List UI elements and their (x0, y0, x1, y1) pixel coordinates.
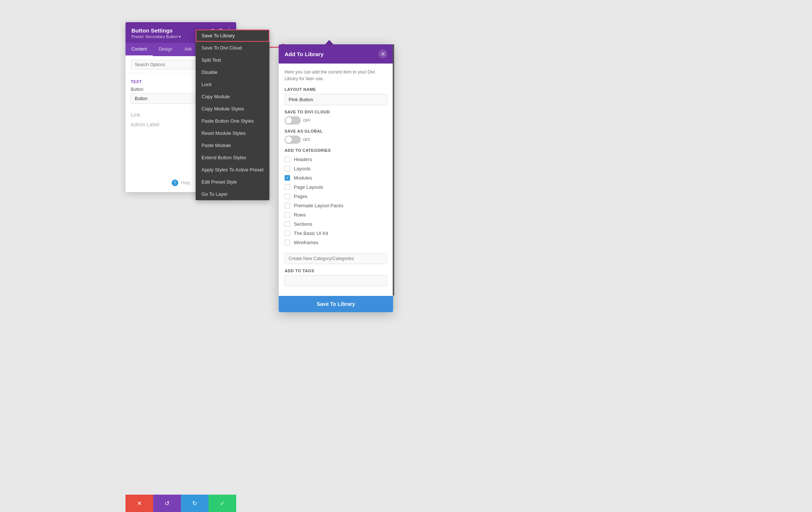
context-menu-item-11[interactable]: Apply Styles To Active Preset (196, 164, 269, 176)
category-checkbox-8[interactable] (285, 231, 290, 236)
save-as-global-toggle-row: OFF (285, 136, 387, 144)
context-menu-item-12[interactable]: Edit Preset Style (196, 176, 269, 188)
save-to-library-button[interactable]: Save To Library (279, 296, 393, 312)
modal-close-button[interactable]: ✕ (378, 50, 387, 58)
category-label-7: Sections (294, 221, 312, 227)
context-menu-item-9[interactable]: Paste Module (196, 139, 269, 151)
context-menu-item-5[interactable]: Copy Module (196, 91, 269, 103)
add-library-modal: Add To Library ✕ Here you can add the cu… (279, 44, 393, 312)
category-label-4: Pages (294, 194, 307, 199)
category-checkbox-1[interactable] (285, 166, 290, 171)
save-to-divi-cloud-toggle-row: OFF (285, 116, 387, 124)
category-checkbox-7[interactable] (285, 221, 290, 227)
category-item-4: Pages (285, 192, 387, 201)
context-menu-item-13[interactable]: Go To Layer (196, 188, 269, 200)
tab-advanced[interactable]: Adv (178, 43, 198, 56)
category-checkbox-5[interactable] (285, 203, 290, 208)
category-item-1: Layouts (285, 164, 387, 173)
category-label-3: Page Layouts (294, 184, 323, 190)
category-item-7: Sections (285, 219, 387, 229)
category-checkbox-3[interactable] (285, 184, 290, 190)
add-to-tags-label: Add To Tags (285, 269, 387, 273)
modal-body: Here you can add the current item to you… (279, 64, 393, 296)
modal-description: Here you can add the current item to you… (285, 69, 387, 82)
help-icon[interactable]: ? (172, 180, 178, 186)
tags-input[interactable] (285, 275, 387, 286)
category-label-9: Wireframes (294, 240, 318, 245)
context-menu-item-0[interactable]: Save To Library (196, 30, 269, 42)
context-menu-item-4[interactable]: Lock (196, 78, 269, 91)
category-item-6: Rows (285, 210, 387, 219)
category-checkbox-6[interactable] (285, 212, 290, 218)
category-item-3: Page Layouts (285, 182, 387, 192)
categories-list: HeadersLayouts✓ModulesPage LayoutsPagesP… (285, 155, 387, 247)
context-menu-item-8[interactable]: Reset Module Styles (196, 127, 269, 139)
help-label: Help (181, 180, 190, 185)
new-category-input[interactable] (285, 253, 387, 264)
save-as-global-label: Save as Global (285, 129, 387, 133)
layout-name-input[interactable] (285, 94, 387, 105)
modal-footer: Save To Library (279, 296, 393, 312)
tab-content[interactable]: Content (125, 43, 153, 56)
category-label-6: Rows (294, 212, 306, 218)
save-as-global-toggle[interactable] (285, 136, 301, 144)
modal-header: Add To Library ✕ (279, 44, 393, 64)
category-checkbox-0[interactable] (285, 157, 290, 162)
category-item-9: Wireframes (285, 238, 387, 247)
modal-title: Add To Library (285, 51, 324, 57)
category-item-5: Premade Layout Packs (285, 201, 387, 210)
category-checkbox-9[interactable] (285, 240, 290, 245)
category-checkbox-2[interactable]: ✓ (285, 175, 290, 181)
add-to-categories-label: Add To Categories (285, 148, 387, 153)
redo-button[interactable]: ↻ (181, 495, 209, 512)
category-label-1: Layouts (294, 166, 311, 171)
category-item-0: Headers (285, 155, 387, 164)
confirm-button[interactable]: ✓ (209, 495, 236, 512)
save-to-divi-cloud-toggle-label: OFF (303, 119, 310, 123)
context-menu-item-3[interactable]: Disable (196, 66, 269, 78)
category-item-8: The Basic UI Kit (285, 229, 387, 238)
context-menu-item-10[interactable]: Extend Button Styles (196, 151, 269, 164)
category-label-5: Premade Layout Packs (294, 203, 343, 208)
category-item-2: ✓Modules (285, 173, 387, 182)
context-menu-item-1[interactable]: Save To Divi Cloud (196, 42, 269, 54)
cancel-button[interactable]: ✕ (125, 495, 153, 512)
vertical-divider (393, 44, 394, 296)
context-menu-item-2[interactable]: Split Test (196, 54, 269, 66)
context-menu-item-6[interactable]: Copy Module Styles (196, 103, 269, 115)
save-as-global-toggle-label: OFF (303, 138, 310, 142)
category-label-8: The Basic UI Kit (294, 231, 328, 236)
tab-design[interactable]: Design (153, 43, 178, 56)
context-menu-item-7[interactable]: Paste Button One Styles (196, 115, 269, 127)
save-to-divi-cloud-toggle[interactable] (285, 116, 301, 124)
layout-name-label: Layout Name (285, 87, 387, 92)
category-label-0: Headers (294, 157, 312, 162)
context-menu: Save To LibrarySave To Divi CloudSplit T… (196, 30, 269, 200)
save-to-divi-cloud-label: Save To Divi Cloud (285, 110, 387, 114)
undo-button[interactable]: ↺ (153, 495, 181, 512)
category-label-2: Modules (294, 175, 312, 181)
category-checkbox-4[interactable] (285, 194, 290, 199)
panel-footer: ✕ ↺ ↻ ✓ (125, 495, 236, 512)
